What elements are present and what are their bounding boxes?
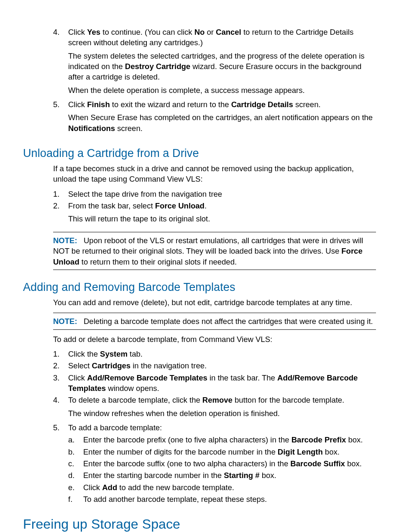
list-text: Enter the barcode prefix (one to five al… xyxy=(83,434,376,445)
list-marker: c. xyxy=(68,458,83,469)
list-marker: 2. xyxy=(53,360,68,371)
document-page: 4. Click Yes to continue. (You can click… xyxy=(0,0,399,532)
list-text: Enter the number of digits for the barco… xyxy=(83,447,376,457)
list-item: a.Enter the barcode prefix (one to five … xyxy=(68,434,376,445)
list-marker: 1. xyxy=(53,189,68,199)
section-body: If a tape becomes stuck in a drive and c… xyxy=(53,163,376,227)
intro-numbered-list: 4. Click Yes to continue. (You can click… xyxy=(53,27,376,136)
list-marker: 3. xyxy=(53,373,68,383)
list-marker: 1. xyxy=(53,349,68,359)
list-item: 4. Click Yes to continue. (You can click… xyxy=(53,27,376,98)
list-text: Enter the starting barcode number in the… xyxy=(83,470,376,481)
list-item: 5. Click Finish to exit the wizard and r… xyxy=(53,99,376,136)
numbered-list: 1. Click the System tab. 2. Select Cartr… xyxy=(53,349,376,506)
list-item: 5. To add a barcode template: a.Enter th… xyxy=(53,422,376,506)
list-text: Click Add/Remove Barcode Templates in th… xyxy=(68,373,376,394)
note-box: NOTE: Upon reboot of the VLS or restart … xyxy=(53,232,376,270)
list-item: 1. Click the System tab. xyxy=(53,349,376,359)
paragraph: The window refreshes when the deletion o… xyxy=(68,408,376,419)
list-text: To add a barcode template: a.Enter the b… xyxy=(68,422,376,506)
list-text: Select the tape drive from the navigatio… xyxy=(68,189,376,199)
text: Click Finish to exit the wizard and retu… xyxy=(68,100,321,109)
paragraph: This will return the tape to its origina… xyxy=(68,213,376,224)
paragraph: To add or delete a barcode template, fro… xyxy=(53,334,376,344)
text: From the task bar, select Force Unload. xyxy=(68,201,207,210)
list-item: c.Enter the barcode suffix (one to two a… xyxy=(68,458,376,469)
list-item: 2. From the task bar, select Force Unloa… xyxy=(53,200,376,227)
intro-steps-block: 4. Click Yes to continue. (You can click… xyxy=(53,27,376,136)
list-item: 1. Select the tape drive from the naviga… xyxy=(53,189,376,199)
heading-barcode-templates: Adding and Removing Barcode Templates xyxy=(23,281,376,294)
list-item: f.To add another barcode template, repea… xyxy=(68,494,376,504)
section-body: You can add and remove (delete), but not… xyxy=(53,297,376,308)
list-item: e.Click Add to add the new barcode templ… xyxy=(68,482,376,493)
text: Click Yes to continue. (You can click No… xyxy=(68,28,353,47)
paragraph: When the delete operation is complete, a… xyxy=(68,85,376,95)
list-item: d.Enter the starting barcode number in t… xyxy=(68,470,376,481)
list-item: b.Enter the number of digits for the bar… xyxy=(68,447,376,457)
section-body: To add or delete a barcode template, fro… xyxy=(53,334,376,506)
list-item: 3. Click Add/Remove Barcode Templates in… xyxy=(53,373,376,394)
list-marker: 2. xyxy=(53,200,68,211)
list-text: Enter the barcode suffix (one to two alp… xyxy=(83,458,376,469)
list-marker: a. xyxy=(68,434,83,445)
list-text: Click the System tab. xyxy=(68,349,376,359)
list-text: From the task bar, select Force Unload. … xyxy=(68,200,376,227)
list-text: Click Add to add the new barcode templat… xyxy=(83,482,376,493)
list-item: 2. Select Cartridges in the navigation t… xyxy=(53,360,376,371)
list-text: To delete a barcode template, click the … xyxy=(68,395,376,421)
list-marker: 5. xyxy=(53,99,68,110)
numbered-list: 1. Select the tape drive from the naviga… xyxy=(53,189,376,227)
alpha-list: a.Enter the barcode prefix (one to five … xyxy=(68,434,376,504)
heading-freeing-storage: Freeing up Storage Space xyxy=(23,517,376,532)
list-marker: f. xyxy=(68,494,83,504)
list-marker: 4. xyxy=(53,27,68,37)
list-text: Click Finish to exit the wizard and retu… xyxy=(68,99,376,136)
list-text: Select Cartridges in the navigation tree… xyxy=(68,360,376,371)
paragraph: The system deletes the selected cartridg… xyxy=(68,51,376,82)
heading-unloading: Unloading a Cartridge from a Drive xyxy=(23,147,376,160)
list-marker: b. xyxy=(68,447,83,457)
list-marker: d. xyxy=(68,470,83,481)
list-text: To add another barcode template, repeat … xyxy=(83,494,376,504)
list-marker: 5. xyxy=(53,422,68,433)
text: To delete a barcode template, click the … xyxy=(68,396,344,404)
list-marker: e. xyxy=(68,482,83,493)
list-item: 4. To delete a barcode template, click t… xyxy=(53,395,376,421)
list-marker: 4. xyxy=(53,395,68,405)
list-text: Click Yes to continue. (You can click No… xyxy=(68,27,376,98)
text: To add a barcode template: xyxy=(68,423,162,432)
paragraph: When Secure Erase has completed on the c… xyxy=(68,112,376,134)
note-box: NOTE: Deleting a barcode template does n… xyxy=(53,313,376,329)
paragraph: You can add and remove (delete), but not… xyxy=(53,297,376,308)
paragraph: If a tape becomes stuck in a drive and c… xyxy=(53,163,376,185)
